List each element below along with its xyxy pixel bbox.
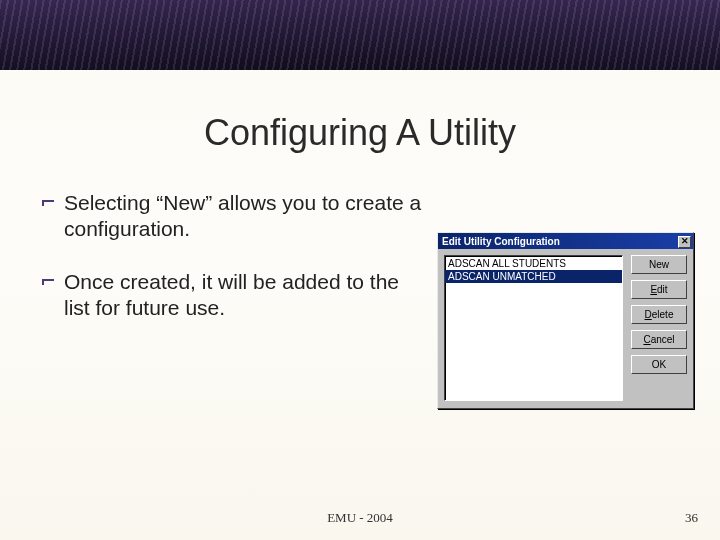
button-label: New [649,259,669,270]
cancel-button[interactable]: Cancel [631,330,687,349]
bullet-text: Once created, it will be added to the li… [64,270,399,319]
button-label: OK [652,359,666,370]
dialog-titlebar[interactable]: Edit Utility Configuration ✕ [438,233,693,249]
page-number: 36 [685,510,698,526]
dialog-title: Edit Utility Configuration [442,236,560,247]
delete-button[interactable]: Delete [631,305,687,324]
mnemonic: D [645,309,652,320]
button-label: dit [657,284,668,295]
dialog-body: ADSCAN ALL STUDENTS ADSCAN UNMATCHED New… [438,249,693,407]
bullet-item: Selecting “New” allows you to create a c… [42,190,422,241]
dialog-button-column: New Edit Delete Cancel OK [631,255,687,401]
close-icon: ✕ [681,237,689,246]
slide: Configuring A Utility Selecting “New” al… [0,0,720,540]
decorative-top-band [0,0,720,70]
edit-utility-configuration-dialog: Edit Utility Configuration ✕ ADSCAN ALL … [437,232,694,409]
edit-button[interactable]: Edit [631,280,687,299]
slide-title: Configuring A Utility [0,112,720,154]
footer-center-text: EMU - 2004 [0,510,720,526]
mnemonic: C [643,334,650,345]
configuration-listbox[interactable]: ADSCAN ALL STUDENTS ADSCAN UNMATCHED [444,255,623,401]
mnemonic: E [650,284,657,295]
ok-button[interactable]: OK [631,355,687,374]
bullet-icon [42,200,54,208]
bullet-item: Once created, it will be added to the li… [42,269,422,320]
bullet-list: Selecting “New” allows you to create a c… [42,190,422,348]
new-button[interactable]: New [631,255,687,274]
button-label: ancel [651,334,675,345]
button-label: elete [652,309,674,320]
bullet-icon [42,279,54,287]
bullet-text: Selecting “New” allows you to create a c… [64,191,421,240]
list-item[interactable]: ADSCAN ALL STUDENTS [445,257,622,270]
close-button[interactable]: ✕ [678,236,691,248]
list-item[interactable]: ADSCAN UNMATCHED [445,270,622,283]
